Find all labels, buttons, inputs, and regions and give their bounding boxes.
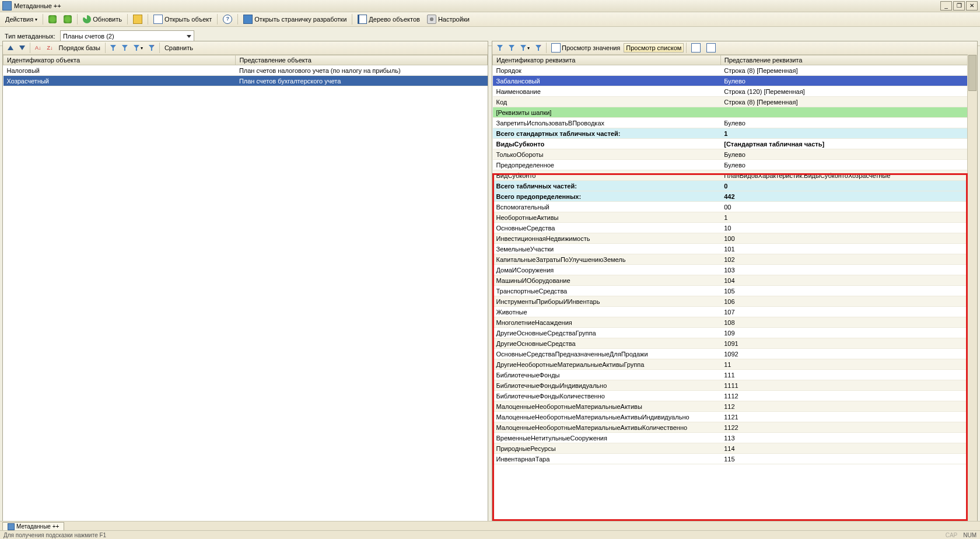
actions-label: Действия xyxy=(5,16,33,23)
dropdown-value: Планы счетов (2) xyxy=(63,33,114,40)
table-row[interactable]: НеоборотныеАктивы1 xyxy=(493,212,968,223)
close-button[interactable]: ✕ xyxy=(966,1,978,10)
bottom-tab-metadata[interactable]: Метаданные ++ xyxy=(2,522,64,531)
filter2-button[interactable] xyxy=(120,44,130,52)
table-row[interactable]: БиблиотечныеФонды111 xyxy=(493,370,968,380)
table-row[interactable]: ИнвентарнаяТара115 xyxy=(493,454,968,464)
table-row[interactable]: ПорядокСтрока (8) [Переменная] xyxy=(493,65,968,76)
table-row[interactable]: ВременныеНетитульныеСооружения113 xyxy=(493,433,968,443)
table-row[interactable]: ЗапретитьИспользоватьВПроводкахБулево xyxy=(493,118,968,128)
table-row[interactable]: БиблиотечныеФондыИндивидуально1111 xyxy=(493,380,968,391)
table-row[interactable]: НалоговыйПлан счетов налогового учета (п… xyxy=(4,65,488,76)
table-row[interactable]: МноголетниеНасаждения108 xyxy=(493,317,968,328)
view-list-button[interactable]: Просмотр списком xyxy=(624,43,684,52)
move-up-button[interactable] xyxy=(5,44,16,51)
actions-menu[interactable]: Действия ▾ xyxy=(2,12,40,26)
table-row[interactable]: КодСтрока (8) [Переменная] xyxy=(493,97,968,107)
table-row[interactable]: ЗабалансовыйБулево xyxy=(493,76,968,86)
table-row[interactable]: ДругиеОсновныеСредства1091 xyxy=(493,338,968,349)
col-object-repr[interactable]: Представление объекта xyxy=(236,55,488,65)
funnel-icon xyxy=(134,45,139,51)
metadata-type-dropdown[interactable]: Планы счетов (2) xyxy=(60,30,194,42)
sort-asc-button[interactable]: A↓ xyxy=(33,44,44,52)
sort-az-icon: A↓ xyxy=(35,45,41,51)
left-grid[interactable]: Идентификатор объекта Представление объе… xyxy=(3,55,488,522)
table-row[interactable]: ОсновныеСредства10 xyxy=(493,223,968,233)
table-row[interactable]: Животные107 xyxy=(493,307,968,317)
table-row[interactable]: МалоценныеНеоборотныеМатериальныеАктивыК… xyxy=(493,422,968,433)
open-object-button[interactable]: Открыть объект xyxy=(150,12,215,26)
table-row[interactable]: ДругиеНеоборотныеМатериальныеАктивыГрупп… xyxy=(493,359,968,370)
restore-button[interactable]: ❐ xyxy=(953,1,965,10)
table-row[interactable]: МашиныИОборудование104 xyxy=(493,275,968,286)
table-row[interactable]: Всего предопределенных:442 xyxy=(493,191,968,202)
settings-button[interactable]: Настройки xyxy=(424,12,473,26)
window-title: Метаданные ++ xyxy=(14,2,61,9)
table-row[interactable]: ВидСубконтоПланВидовХарактеристик.ВидыСу… xyxy=(493,170,968,181)
right-pane: ▾ Просмотр значения Просмотр списком Иде… xyxy=(492,41,978,523)
table-row[interactable]: Вспомогательный00 xyxy=(493,202,968,212)
col-object-id[interactable]: Идентификатор объекта xyxy=(4,55,236,65)
table-row[interactable]: ТранспортныеСредства105 xyxy=(493,286,968,296)
compare-button[interactable]: Сравнить xyxy=(162,43,195,52)
table-row[interactable]: ПредопределенноеБулево xyxy=(493,160,968,170)
help-button[interactable]: ? xyxy=(220,12,235,26)
funnel-icon xyxy=(110,45,116,51)
doc-icon xyxy=(551,43,561,52)
tree-icon xyxy=(358,15,367,24)
table-row[interactable]: МалоценныеНеоборотныеМатериальныеАктивы1… xyxy=(493,401,968,412)
rfilter1-button[interactable] xyxy=(495,44,505,52)
sort-desc-button[interactable]: Z↓ xyxy=(45,44,55,52)
table-row[interactable]: ИнвестиционнаяНедвижимость100 xyxy=(493,233,968,244)
sort-za-icon: Z↓ xyxy=(47,45,53,51)
table-row[interactable]: МалоценныеНеоборотныеМатериальныеАктивыИ… xyxy=(493,412,968,422)
table-row[interactable]: БиблиотечныеФондыКоличественно1112 xyxy=(493,391,968,401)
wand-icon xyxy=(243,15,253,24)
nav-fwd-button[interactable] xyxy=(61,12,75,26)
col-attr-repr[interactable]: Представление реквизита xyxy=(720,55,967,65)
clear-filter-button[interactable] xyxy=(146,44,157,52)
right-grid[interactable]: Идентификатор реквизита Представление ре… xyxy=(492,55,968,522)
table-row[interactable]: КапитальныеЗатратыПоУлучшениюЗемель102 xyxy=(493,254,968,265)
status-hint: Для получения подсказки нажмите F1 xyxy=(4,532,106,538)
col-attr-id[interactable]: Идентификатор реквизита xyxy=(493,55,721,65)
table-row[interactable]: НаименованиеСтрока (120) [Переменная] xyxy=(493,86,968,97)
help-icon: ? xyxy=(223,15,232,24)
move-down-button[interactable] xyxy=(17,44,27,51)
arrow-down-icon xyxy=(19,46,25,50)
app-icon xyxy=(2,1,12,10)
table-row[interactable]: ХозрасчетныйПлан счетов бухгалтерского у… xyxy=(4,76,488,86)
refresh-button[interactable]: Обновить xyxy=(80,12,125,26)
vertical-scrollbar[interactable] xyxy=(967,54,977,522)
rclear-filter-button[interactable] xyxy=(533,44,544,52)
table-row[interactable]: Всего табличных частей:0 xyxy=(493,181,968,191)
nav-back-button[interactable] xyxy=(46,12,60,26)
table-row[interactable]: ВидыСубконто[Стандартная табличная часть… xyxy=(493,139,968,149)
table-row[interactable]: ПриродныеРесурсы114 xyxy=(493,443,968,454)
open-dev-page-button[interactable]: Открыть страничку разработки xyxy=(240,12,349,26)
table-row[interactable]: ДомаИСооружения103 xyxy=(493,265,968,275)
rbtn1[interactable] xyxy=(689,42,703,54)
filter3-button[interactable]: ▾ xyxy=(131,44,145,52)
object-tree-button[interactable]: Дерево объектов xyxy=(355,12,423,26)
table-row[interactable]: ЗемельныеУчастки101 xyxy=(493,244,968,254)
table-row[interactable]: Всего стандартных табличных частей:1 xyxy=(493,128,968,139)
view-value-button[interactable]: Просмотр значения xyxy=(549,42,622,54)
rfilter3-button[interactable]: ▾ xyxy=(518,44,532,52)
status-num: NUM xyxy=(963,532,977,538)
filter1-button[interactable] xyxy=(108,44,118,52)
tab-icon xyxy=(8,523,15,530)
table-row[interactable]: ИнструментыПриборыИИнвентарь106 xyxy=(493,296,968,307)
funnel-icon xyxy=(122,45,128,51)
table-row[interactable]: [Реквизиты шапки] xyxy=(493,107,968,118)
minimize-button[interactable]: _ xyxy=(940,1,952,10)
rbtn2[interactable] xyxy=(704,42,718,54)
chevron-down-icon xyxy=(187,35,191,38)
doc-button[interactable] xyxy=(130,12,145,26)
table-row[interactable]: ОсновныеСредстваПредназначенныеДляПродаж… xyxy=(493,349,968,359)
rfilter2-button[interactable] xyxy=(506,44,517,52)
table-row[interactable]: ТолькоОборотыБулево xyxy=(493,149,968,160)
funnel-icon xyxy=(520,45,526,51)
order-db-button[interactable]: Порядок базы xyxy=(57,43,103,52)
table-row[interactable]: ДругиеОсновныеСредстваГруппа109 xyxy=(493,328,968,338)
